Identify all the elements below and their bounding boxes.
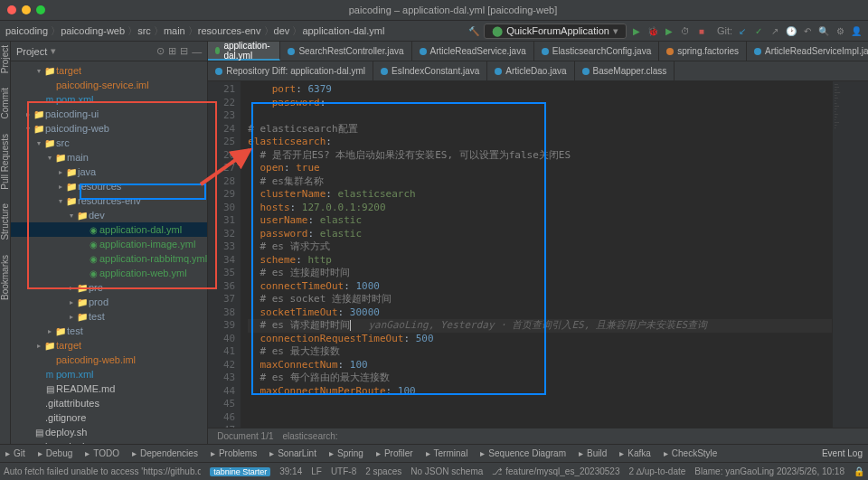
tree-arrow-icon[interactable]: ▾	[24, 125, 33, 133]
avatar[interactable]: 👤	[850, 24, 863, 37]
lock-icon[interactable]: 🔒	[854, 466, 864, 476]
tree-item[interactable]: ▸📁 target	[11, 338, 207, 353]
git-push-icon[interactable]: ↗	[769, 24, 781, 37]
tree-item[interactable]: ▸📁 prod	[11, 295, 207, 309]
tool-tab-structure[interactable]: Structure	[0, 203, 10, 240]
tree-item[interactable]: ◉ application-dal.yml	[11, 222, 207, 237]
expand-all-icon[interactable]: ⊞	[168, 45, 176, 57]
tree-item[interactable]: ◉ application-web.yml	[11, 266, 207, 280]
maximize-icon[interactable]	[36, 5, 45, 14]
git-sync-status[interactable]: 2 ∆/up-to-date	[628, 466, 685, 476]
bottom-tool-kafka[interactable]: ▸Kafka	[619, 448, 651, 458]
breadcrumb-0[interactable]: paicoding	[5, 25, 48, 36]
minimize-icon[interactable]	[22, 5, 31, 14]
tree-item[interactable]: ▾📁 target	[11, 63, 207, 78]
breadcrumb-6[interactable]: application-dal.yml	[302, 25, 384, 36]
code-area[interactable]: port: 6379 password: # elasticsearch配置 e…	[241, 81, 868, 428]
tool-tab-pull-requests[interactable]: Pull Requests	[0, 134, 10, 190]
profile-icon[interactable]: ⏱	[679, 24, 692, 37]
tree-arrow-icon[interactable]: ▾	[34, 67, 43, 75]
tree-arrow-icon[interactable]: ▸	[67, 284, 76, 292]
tree-arrow-icon[interactable]: ▸	[56, 168, 65, 176]
editor-tab[interactable]: application-dal.yml	[208, 42, 280, 61]
editor-tab[interactable]: Repository Diff: application-dal.yml	[208, 61, 373, 80]
bottom-tool-sonarlint[interactable]: ▸SonarLint	[269, 448, 316, 458]
file-encoding[interactable]: UTF-8	[331, 466, 356, 476]
tree-arrow-icon[interactable]: ▸	[24, 110, 33, 118]
editor-tab[interactable]: EsIndexConstant.java	[373, 61, 487, 80]
tree-arrow-icon[interactable]: ▾	[56, 197, 65, 205]
tree-item[interactable]: paicoding-web.iml	[11, 353, 207, 367]
tree-item[interactable]: ◉ application-image.yml	[11, 237, 207, 251]
tree-item[interactable]: ▾📁 resources-env	[11, 193, 207, 208]
tree-arrow-icon[interactable]: ▾	[67, 212, 76, 220]
tree-arrow-icon[interactable]: ▸	[56, 183, 65, 191]
coverage-icon[interactable]: ▶	[663, 24, 675, 37]
bottom-tool-debug[interactable]: ▸Debug	[38, 448, 72, 458]
editor-body[interactable]: 21 22 23 24 25 26 27 28 29 30 31 32 33 3…	[208, 81, 868, 428]
editor-tab[interactable]: SearchRestController.java	[280, 42, 411, 61]
bottom-tool-terminal[interactable]: ▸Terminal	[426, 448, 468, 458]
editor-tab[interactable]: ArticleReadServiceImpl.java	[747, 42, 868, 61]
tree-arrow-icon[interactable]: ▸	[45, 327, 54, 335]
tree-item[interactable]: ▾📁 paicoding-web	[11, 121, 207, 136]
tree-item[interactable]: ▸📁 resources	[11, 179, 207, 193]
editor-tab[interactable]: spring.factories	[659, 42, 747, 61]
build-icon[interactable]: 🔨	[467, 24, 480, 37]
indent-settings[interactable]: 2 spaces	[365, 466, 401, 476]
git-branch[interactable]: ⎇ feature/mysql_es_20230523	[492, 466, 619, 476]
tree-item[interactable]: ▤ deploy.sh	[11, 425, 207, 439]
tree-item[interactable]: paicoding-service.iml	[11, 78, 207, 92]
tree-item[interactable]: ▾📁 src	[11, 136, 207, 150]
settings-icon[interactable]: ⚙	[834, 24, 846, 37]
editor-tab[interactable]: BaseMapper.class	[575, 61, 675, 80]
tabnine-badge[interactable]: tabnine Starter	[210, 467, 270, 476]
breadcrumb-5[interactable]: dev	[274, 25, 290, 36]
tree-item[interactable]: ▾📁 main	[11, 150, 207, 165]
run-config-selector[interactable]: ⬤ QuickForumApplication ▾	[484, 24, 627, 39]
tree-item[interactable]: ▸📁 pre	[11, 280, 207, 295]
debug-icon[interactable]: 🐞	[646, 24, 659, 37]
editor-tab[interactable]: ArticleDao.java	[487, 61, 574, 80]
git-commit-icon[interactable]: ✓	[752, 24, 765, 37]
minimap[interactable]: ▬▬▬▬▬▬▬▬▬▬▬▬▬▬▬▬▬▬▬▬▬▬▬▬▬▬▬▬▬▬▬▬▬▬▬▬▬▬▬▬…	[832, 81, 868, 428]
breadcrumb-2[interactable]: src	[137, 25, 151, 36]
bottom-tool-git[interactable]: ▸Git	[5, 448, 25, 458]
tree-item[interactable]: ▸📁 paicoding-ui	[11, 107, 207, 121]
breadcrumb-1[interactable]: paicoding-web	[61, 25, 125, 36]
breadcrumb-3[interactable]: main	[164, 25, 185, 36]
tree-arrow-icon[interactable]: ▾	[45, 154, 54, 162]
bottom-tool-spring[interactable]: ▸Spring	[329, 448, 363, 458]
bottom-tool-todo[interactable]: ▸TODO	[85, 448, 119, 458]
bottom-tool-build[interactable]: ▸Build	[579, 448, 607, 458]
select-opened-file-icon[interactable]: ⊙	[156, 45, 165, 57]
tree-arrow-icon[interactable]: ▾	[34, 139, 43, 147]
bottom-tool-sequence-diagram[interactable]: ▸Sequence Diagram	[480, 448, 566, 458]
tree-item[interactable]: m pom.xml	[11, 367, 207, 381]
editor-breadcrumb-path[interactable]: elasticsearch:	[282, 431, 337, 441]
collapse-all-icon[interactable]: ⊟	[180, 45, 188, 57]
editor-tab[interactable]: ElasticsearchConfig.java	[534, 42, 660, 61]
tree-item[interactable]: m pom.xml	[11, 92, 207, 107]
run-icon[interactable]: ▶	[630, 24, 643, 37]
tool-tab-bookmarks[interactable]: Bookmarks	[0, 255, 10, 300]
search-icon[interactable]: 🔍	[817, 24, 830, 37]
editor-tab[interactable]: ArticleReadService.java	[412, 42, 534, 61]
tree-item[interactable]: ▸📁 test	[11, 309, 207, 324]
bottom-tool-problems[interactable]: ▸Problems	[211, 448, 257, 458]
bottom-tool-profiler[interactable]: ▸Profiler	[376, 448, 413, 458]
tree-item[interactable]: ▸📁 test	[11, 324, 207, 338]
git-rollback-icon[interactable]: ↶	[801, 24, 814, 37]
tree-item[interactable]: ▤ launch.sh	[11, 439, 207, 444]
tree-arrow-icon[interactable]: ▸	[67, 298, 76, 306]
line-separator[interactable]: LF	[311, 466, 322, 476]
tree-item[interactable]: ◉ application-rabbitmq.yml	[11, 251, 207, 266]
project-tree[interactable]: ▾📁 target paicoding-service.imlm pom.xml…	[11, 61, 207, 444]
bottom-tool-checkstyle[interactable]: ▸CheckStyle	[664, 448, 718, 458]
tool-tab-project[interactable]: Project	[0, 45, 10, 73]
stop-icon[interactable]: ■	[695, 24, 708, 37]
tree-arrow-icon[interactable]: ▸	[67, 313, 76, 321]
breadcrumb-4[interactable]: resources-env	[198, 25, 261, 36]
tree-item[interactable]: .gitattributes	[11, 396, 207, 410]
tree-item[interactable]: ▤ README.md	[11, 381, 207, 396]
